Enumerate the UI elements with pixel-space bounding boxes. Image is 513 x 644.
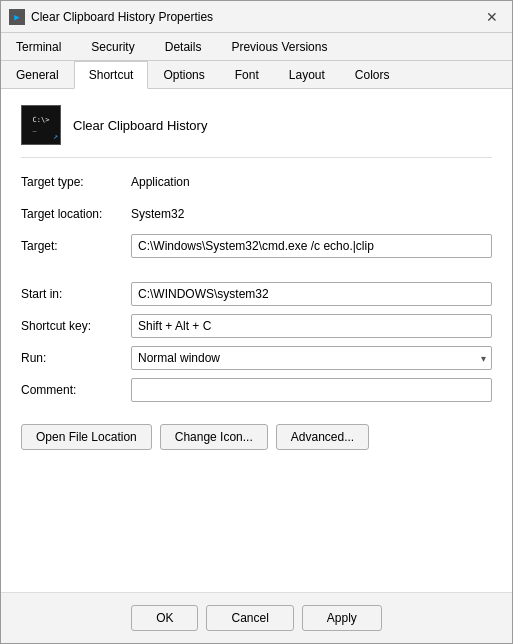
window: ▶ Clear Clipboard History Properties ✕ T… — [0, 0, 513, 644]
comment-input[interactable] — [131, 378, 492, 402]
tab-details[interactable]: Details — [150, 33, 217, 60]
target-type-value: Application — [131, 175, 190, 189]
start-in-input[interactable] — [131, 282, 492, 306]
content-panel: C:\>_ ↗ Clear Clipboard History Target t… — [1, 89, 512, 592]
run-select[interactable]: Normal window Minimized Maximized — [131, 346, 492, 370]
form-grid: Target type: Application Target location… — [21, 170, 492, 576]
tab-layout[interactable]: Layout — [274, 61, 340, 88]
change-icon-button[interactable]: Change Icon... — [160, 424, 268, 450]
comment-row: Comment: — [21, 378, 492, 402]
advanced-button[interactable]: Advanced... — [276, 424, 369, 450]
comment-label: Comment: — [21, 383, 131, 397]
shortcut-key-input[interactable] — [131, 314, 492, 338]
tabs-row-1: Terminal Security Details Previous Versi… — [1, 33, 512, 61]
run-select-wrapper: Normal window Minimized Maximized ▾ — [131, 346, 492, 370]
target-input[interactable] — [131, 234, 492, 258]
bottom-spacer — [21, 458, 492, 576]
shortcut-key-label: Shortcut key: — [21, 319, 131, 333]
footer: OK Cancel Apply — [1, 592, 512, 643]
target-location-row: Target location: System32 — [21, 202, 492, 226]
tab-options[interactable]: Options — [148, 61, 219, 88]
target-location-value: System32 — [131, 207, 184, 221]
app-header: C:\>_ ↗ Clear Clipboard History — [21, 105, 492, 158]
run-label: Run: — [21, 351, 131, 365]
close-button[interactable]: ✕ — [480, 5, 504, 29]
title-bar: ▶ Clear Clipboard History Properties ✕ — [1, 1, 512, 33]
target-label: Target: — [21, 239, 131, 253]
tab-shortcut[interactable]: Shortcut — [74, 61, 149, 89]
close-icon: ✕ — [486, 9, 498, 25]
target-row: Target: — [21, 234, 492, 258]
target-type-row: Target type: Application — [21, 170, 492, 194]
run-row: Run: Normal window Minimized Maximized ▾ — [21, 346, 492, 370]
action-buttons-row: Open File Location Change Icon... Advanc… — [21, 420, 492, 450]
apply-button[interactable]: Apply — [302, 605, 382, 631]
target-type-label: Target type: — [21, 175, 131, 189]
tab-previous-versions[interactable]: Previous Versions — [216, 33, 342, 60]
tab-colors[interactable]: Colors — [340, 61, 405, 88]
start-in-row: Start in: — [21, 282, 492, 306]
tab-font[interactable]: Font — [220, 61, 274, 88]
cancel-button[interactable]: Cancel — [206, 605, 293, 631]
open-file-location-button[interactable]: Open File Location — [21, 424, 152, 450]
tabs-row-2: General Shortcut Options Font Layout Col… — [1, 61, 512, 89]
target-location-label: Target location: — [21, 207, 131, 221]
tab-general[interactable]: General — [1, 61, 74, 88]
start-in-label: Start in: — [21, 287, 131, 301]
app-icon: C:\>_ ↗ — [21, 105, 61, 145]
window-title: Clear Clipboard History Properties — [31, 10, 480, 24]
tab-security[interactable]: Security — [76, 33, 149, 60]
ok-button[interactable]: OK — [131, 605, 198, 631]
tab-terminal[interactable]: Terminal — [1, 33, 76, 60]
app-name: Clear Clipboard History — [73, 118, 207, 133]
window-icon: ▶ — [9, 9, 25, 25]
shortcut-key-row: Shortcut key: — [21, 314, 492, 338]
